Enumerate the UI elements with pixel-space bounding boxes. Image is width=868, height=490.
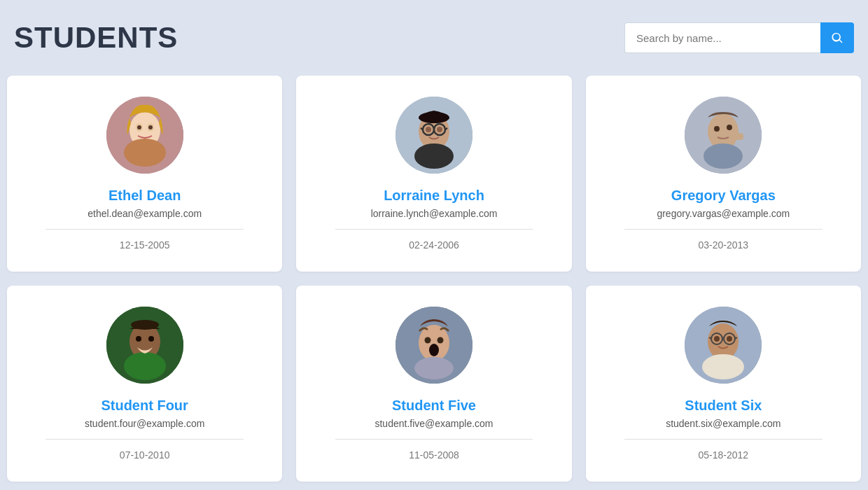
svg-point-38	[702, 354, 744, 379]
svg-line-13	[421, 128, 423, 130]
student-card[interactable]: Student Four student.four@example.com 07…	[7, 286, 282, 482]
student-email: lorraine.lynch@example.com	[371, 208, 498, 219]
student-avatar	[106, 307, 183, 384]
search-input[interactable]	[624, 22, 820, 53]
student-date: 07-10-2010	[120, 449, 170, 461]
students-grid: Ethel Dean ethel.dean@example.com 12-15-…	[7, 76, 861, 489]
svg-point-6	[148, 125, 153, 130]
svg-point-32	[414, 357, 454, 379]
student-avatar	[685, 97, 762, 174]
page-title: STUDENTS	[14, 21, 178, 55]
student-avatar	[106, 97, 183, 174]
page-header: STUDENTS	[7, 14, 861, 76]
student-avatar	[396, 97, 472, 174]
student-email: gregory.vargas@example.com	[657, 208, 790, 219]
student-name: Gregory Vargas	[671, 188, 776, 204]
student-date: 02-24-2006	[409, 239, 459, 251]
card-divider	[624, 229, 822, 230]
svg-point-35	[429, 344, 439, 356]
student-email: ethel.dean@example.com	[88, 208, 202, 219]
card-divider	[46, 439, 244, 440]
svg-point-5	[137, 125, 141, 130]
student-name: Student Five	[392, 398, 476, 414]
student-email: student.five@example.com	[374, 418, 493, 429]
svg-point-34	[437, 337, 443, 344]
search-icon	[830, 31, 844, 45]
svg-point-21	[714, 126, 720, 132]
svg-point-9	[414, 144, 454, 169]
svg-point-26	[124, 352, 166, 380]
svg-line-14	[445, 128, 447, 130]
svg-point-33	[424, 337, 430, 344]
svg-point-27	[136, 336, 141, 342]
student-avatar	[685, 307, 762, 384]
student-card[interactable]: Lorraine Lynch lorraine.lynch@example.co…	[296, 76, 571, 272]
student-date: 11-05-2008	[409, 449, 459, 461]
student-avatar	[396, 307, 472, 384]
student-date: 05-18-2012	[699, 449, 749, 461]
svg-point-22	[727, 125, 732, 130]
student-card[interactable]: Gregory Vargas gregory.vargas@example.co…	[586, 76, 861, 272]
student-card[interactable]: Student Five student.five@example.com 11…	[296, 286, 571, 482]
card-divider	[335, 229, 533, 230]
search-button[interactable]	[820, 22, 854, 53]
svg-rect-23	[732, 133, 743, 140]
student-card[interactable]: Student Six student.six@example.com 05-1…	[586, 286, 861, 482]
student-date: 12-15-2005	[120, 239, 170, 251]
card-divider	[335, 439, 533, 440]
student-card[interactable]: Ethel Dean ethel.dean@example.com 12-15-…	[7, 76, 282, 272]
svg-point-45	[727, 336, 732, 342]
svg-point-28	[148, 336, 154, 342]
search-bar	[624, 22, 854, 53]
student-name: Ethel Dean	[108, 188, 181, 204]
card-divider	[46, 229, 244, 230]
student-name: Student Six	[685, 398, 762, 414]
svg-point-15	[426, 127, 431, 132]
svg-point-17	[419, 112, 449, 123]
student-email: student.four@example.com	[85, 418, 204, 429]
svg-point-20	[704, 144, 743, 169]
student-name: Student Four	[101, 398, 188, 414]
student-name: Lorraine Lynch	[384, 188, 484, 204]
card-divider	[624, 439, 822, 440]
student-email: student.six@example.com	[666, 418, 780, 429]
svg-point-44	[714, 336, 720, 342]
svg-point-2	[124, 139, 166, 167]
student-date: 03-20-2013	[699, 239, 749, 251]
svg-point-16	[437, 127, 442, 132]
svg-point-29	[131, 320, 159, 330]
